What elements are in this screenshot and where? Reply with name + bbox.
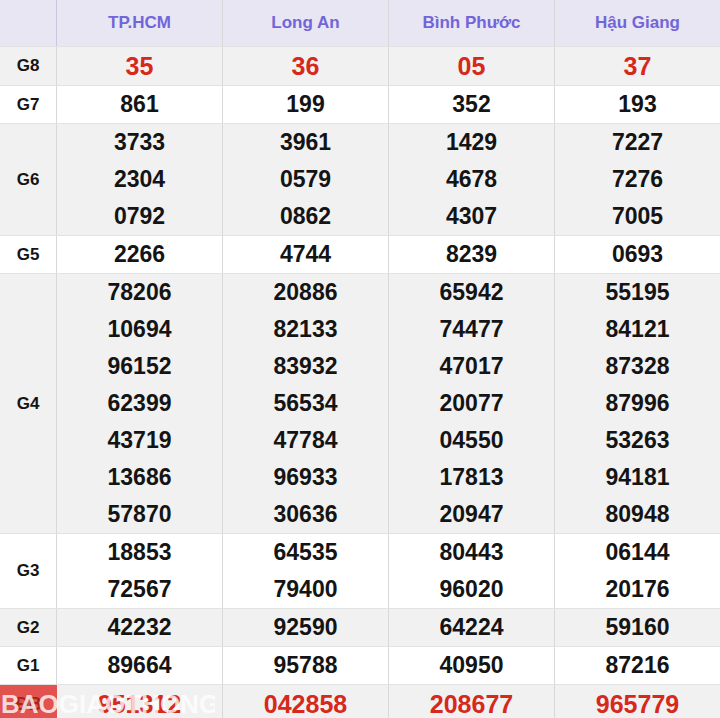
prize-number: 3961 (223, 124, 388, 161)
prize-number: 05 (389, 47, 554, 85)
prize-number: 43719 (57, 422, 222, 459)
row-label: G5 (0, 236, 57, 273)
prize-number: 30636 (223, 496, 388, 533)
prize-cell: 40950 (389, 647, 555, 684)
lottery-results-table: TP.HCM Long An Bình Phước Hậu Giang G835… (0, 0, 720, 718)
prize-number: 208677 (389, 685, 554, 718)
prize-number: 2266 (57, 236, 222, 273)
row-label: ĐB (0, 685, 57, 718)
prize-cell: 208677 (389, 685, 555, 718)
prize-number: 53263 (555, 422, 720, 459)
prize-number: 87996 (555, 385, 720, 422)
prize-number: 87216 (555, 647, 720, 684)
prize-number: 47784 (223, 422, 388, 459)
prize-number: 0792 (57, 198, 222, 235)
column-header-tphcm[interactable]: TP.HCM (57, 0, 223, 46)
prize-cell: 65942744774701720077045501781320947 (389, 274, 555, 533)
prize-cell: 42232 (57, 609, 223, 646)
prize-number: 7227 (555, 124, 720, 161)
prize-number: 56534 (223, 385, 388, 422)
prize-number: 82133 (223, 311, 388, 348)
prize-number: 64535 (223, 534, 388, 571)
prize-cell: 4744 (223, 236, 389, 273)
prize-number: 199 (223, 86, 388, 123)
row-label: G8 (0, 47, 57, 85)
prize-number: 1429 (389, 124, 554, 161)
prize-number: 193 (555, 86, 720, 123)
prize-cell: 35 (57, 47, 223, 85)
prize-number: 965779 (555, 685, 720, 718)
prize-number: 94181 (555, 459, 720, 496)
prize-rows: G835360537G7861199352193G637332304079239… (0, 47, 720, 718)
prize-number: 87328 (555, 348, 720, 385)
prize-row-g8: G835360537 (0, 47, 720, 86)
prize-number: 20886 (223, 274, 388, 311)
prize-cell: 8044396020 (389, 534, 555, 608)
prize-cell: 142946784307 (389, 124, 555, 235)
prize-row-g1: G189664957884095087216 (0, 647, 720, 685)
prize-cell: 199 (223, 86, 389, 123)
prize-number: 35 (57, 47, 222, 85)
row-label: G1 (0, 647, 57, 684)
row-label: G2 (0, 609, 57, 646)
prize-cell: 861 (57, 86, 223, 123)
prize-number: 59160 (555, 609, 720, 646)
prize-number: 7005 (555, 198, 720, 235)
prize-cell: 64224 (389, 609, 555, 646)
prize-number: 04550 (389, 422, 554, 459)
prize-number: 3733 (57, 124, 222, 161)
prize-cell: 20886821338393256534477849693330636 (223, 274, 389, 533)
prize-cell: 89664 (57, 647, 223, 684)
prize-cell: 87216 (555, 647, 720, 684)
prize-number: 92590 (223, 609, 388, 646)
prize-number: 79400 (223, 571, 388, 608)
prize-number: 42232 (57, 609, 222, 646)
prize-number: 18853 (57, 534, 222, 571)
prize-number: 80443 (389, 534, 554, 571)
prize-cell: 951312 (57, 685, 223, 718)
prize-number: 96020 (389, 571, 554, 608)
header-row: TP.HCM Long An Bình Phước Hậu Giang (0, 0, 720, 47)
prize-number: 861 (57, 86, 222, 123)
prize-cell: 2266 (57, 236, 223, 273)
prize-row-g7: G7861199352193 (0, 86, 720, 124)
prize-number: 89664 (57, 647, 222, 684)
prize-number: 20947 (389, 496, 554, 533)
column-header-binh-phuoc[interactable]: Bình Phước (389, 0, 555, 46)
prize-number: 10694 (57, 311, 222, 348)
prize-number: 83932 (223, 348, 388, 385)
prize-number: 65942 (389, 274, 554, 311)
prize-number: 7276 (555, 161, 720, 198)
row-label: G3 (0, 534, 57, 608)
prize-cell: 042858 (223, 685, 389, 718)
prize-number: 78206 (57, 274, 222, 311)
prize-number: 37 (555, 47, 720, 85)
prize-number: 40950 (389, 647, 554, 684)
prize-number: 80948 (555, 496, 720, 533)
prize-number: 55195 (555, 274, 720, 311)
prize-row-đb: ĐB951312042858208677965779 (0, 685, 720, 718)
prize-number: 06144 (555, 534, 720, 571)
prize-number: 84121 (555, 311, 720, 348)
prize-number: 4744 (223, 236, 388, 273)
prize-row-g3: G318853725676453579400804439602006144201… (0, 534, 720, 609)
row-label: G7 (0, 86, 57, 123)
prize-cell: 8239 (389, 236, 555, 273)
prize-number: 0693 (555, 236, 720, 273)
header-corner-cell (0, 0, 57, 46)
prize-number: 0579 (223, 161, 388, 198)
column-header-hau-giang[interactable]: Hậu Giang (555, 0, 720, 46)
prize-row-g6: G637332304079239610579086214294678430772… (0, 124, 720, 236)
prize-cell: 373323040792 (57, 124, 223, 235)
column-header-long-an[interactable]: Long An (223, 0, 389, 46)
prize-number: 72567 (57, 571, 222, 608)
prize-cell: 722772767005 (555, 124, 720, 235)
prize-number: 20077 (389, 385, 554, 422)
prize-row-g2: G242232925906422459160 (0, 609, 720, 647)
prize-cell: 92590 (223, 609, 389, 646)
prize-number: 20176 (555, 571, 720, 608)
prize-cell: 37 (555, 47, 720, 85)
prize-number: 96933 (223, 459, 388, 496)
prize-number: 352 (389, 86, 554, 123)
prize-cell: 0693 (555, 236, 720, 273)
